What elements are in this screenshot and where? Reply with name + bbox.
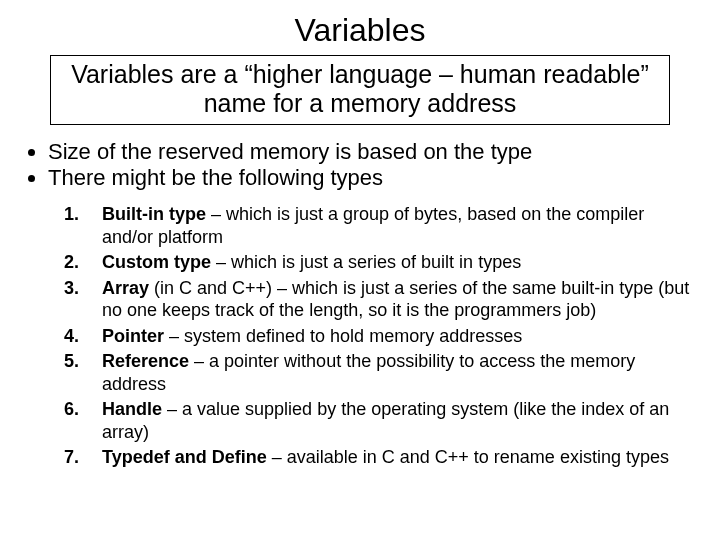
subtitle-box: Variables are a “higher language – human… — [50, 55, 670, 125]
list-item: 3. Array (in C and C++) – which is just … — [64, 277, 690, 322]
list-text: Pointer – system defined to hold memory … — [102, 325, 690, 348]
list-number: 6. — [64, 398, 102, 421]
numbered-list: 1. Built-in type – which is just a group… — [64, 203, 690, 469]
list-text: Handle – a value supplied by the operati… — [102, 398, 690, 443]
list-text: Array (in C and C++) – which is just a s… — [102, 277, 690, 322]
list-number: 3. — [64, 277, 102, 300]
list-text: Built-in type – which is just a group of… — [102, 203, 690, 248]
list-number: 1. — [64, 203, 102, 226]
subtitle-text: Variables are a “higher language – human… — [59, 60, 661, 118]
list-number: 7. — [64, 446, 102, 469]
list-item: 6. Handle – a value supplied by the oper… — [64, 398, 690, 443]
list-item: 2. Custom type – which is just a series … — [64, 251, 690, 274]
list-number: 2. — [64, 251, 102, 274]
bullet-list: Size of the reserved memory is based on … — [48, 139, 700, 192]
list-item: 5. Reference – a pointer without the pos… — [64, 350, 690, 395]
list-text: Custom type – which is just a series of … — [102, 251, 690, 274]
list-text: Typedef and Define – available in C and … — [102, 446, 690, 469]
bullet-item: Size of the reserved memory is based on … — [48, 139, 700, 165]
list-text: Reference – a pointer without the possib… — [102, 350, 690, 395]
list-item: 1. Built-in type – which is just a group… — [64, 203, 690, 248]
list-item: 4. Pointer – system defined to hold memo… — [64, 325, 690, 348]
bullet-item: There might be the following types — [48, 165, 700, 191]
slide-title: Variables — [20, 12, 700, 49]
list-number: 4. — [64, 325, 102, 348]
list-item: 7. Typedef and Define – available in C a… — [64, 446, 690, 469]
list-number: 5. — [64, 350, 102, 373]
